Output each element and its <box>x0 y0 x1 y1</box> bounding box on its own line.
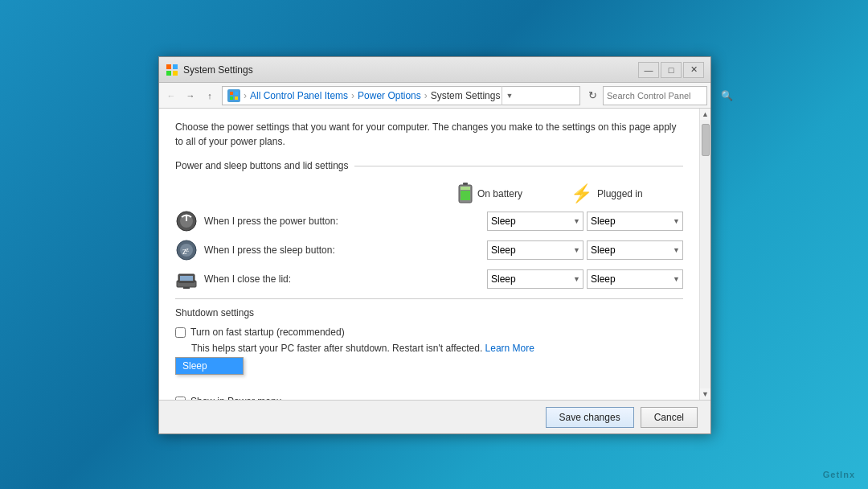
window-title: System Settings <box>183 64 638 76</box>
sleep-checkbox-row: Sleep <box>175 360 683 372</box>
power-button-label: When I press the power button: <box>204 216 487 227</box>
sleep-dropdown-popup: Sleep <box>175 357 244 375</box>
svg-rect-7 <box>235 97 238 100</box>
power-plugged-dropdown-wrapper: Sleep Do nothing Hibernate Shut down ▼ <box>587 212 683 231</box>
section1-line <box>354 166 683 166</box>
lid-label: When I close the lid: <box>204 273 487 285</box>
scrollbar: ▲ ▼ <box>699 109 710 400</box>
breadcrumb-dropdown[interactable]: ▼ <box>502 86 516 105</box>
svg-rect-3 <box>173 71 178 76</box>
power-button-row: When I press the power button: Sleep Do … <box>175 210 683 232</box>
lid-plugged-dropdown[interactable]: Sleep Do nothing Hibernate Shut down <box>587 269 683 289</box>
title-bar-controls: — □ ✕ <box>638 62 704 78</box>
sleep-button-label: When I press the sleep button: <box>204 244 487 256</box>
system-settings-window: System Settings — □ ✕ ← → ↑ › All Contro… <box>158 56 711 434</box>
on-battery-label: On battery <box>477 188 522 199</box>
col-on-battery: On battery <box>458 183 571 205</box>
search-icon[interactable]: 🔍 <box>721 90 733 101</box>
back-button[interactable]: ← <box>162 87 180 105</box>
page-description: Choose the power settings that you want … <box>175 120 683 149</box>
shutdown-section-header: Shutdown settings <box>175 307 683 318</box>
window-icon <box>166 64 178 76</box>
scroll-up-button[interactable]: ▲ <box>700 109 711 120</box>
svg-rect-2 <box>166 71 171 76</box>
up-button[interactable]: ↑ <box>201 87 219 105</box>
scroll-track <box>700 120 710 388</box>
content-area: Choose the power settings that you want … <box>159 109 710 400</box>
svg-rect-11 <box>461 187 470 190</box>
sleep-section: Sleep Sleep ☝ <box>175 360 683 372</box>
sleep-battery-dropdown-wrapper: Sleep Do nothing Hibernate Shut down ▼ <box>487 240 583 260</box>
sleep-plugged-dropdown[interactable]: Sleep Do nothing Hibernate Shut down <box>587 240 683 260</box>
minimize-button[interactable]: — <box>638 62 659 78</box>
footer: Save changes Cancel <box>159 400 710 434</box>
search-input[interactable] <box>607 91 718 101</box>
sleep-popup-option[interactable]: Sleep <box>176 358 243 374</box>
svg-rect-1 <box>173 64 178 69</box>
lid-icon <box>175 268 198 290</box>
maximize-button[interactable]: □ <box>661 62 682 78</box>
svg-rect-21 <box>180 276 193 281</box>
shutdown-title: Shutdown settings <box>175 307 254 318</box>
svg-rect-4 <box>230 92 233 95</box>
scroll-down-button[interactable]: ▼ <box>700 388 711 400</box>
cancel-button[interactable]: Cancel <box>641 407 698 428</box>
address-bar: ← → ↑ › All Control Panel Items › Power … <box>159 83 710 109</box>
sleep-plugged-dropdown-wrapper: Sleep Do nothing Hibernate Shut down ▼ <box>587 240 683 260</box>
section1-header: Power and sleep buttons and lid settings <box>175 160 683 175</box>
col-plugged-in: ⚡ Plugged in <box>571 183 683 205</box>
forward-button[interactable]: → <box>182 87 199 105</box>
save-changes-button[interactable]: Save changes <box>546 407 634 428</box>
power-button-dropdowns: Sleep Do nothing Hibernate Shut down ▼ S… <box>487 212 683 231</box>
search-box: 🔍 <box>603 86 707 105</box>
title-bar: System Settings — □ ✕ <box>159 57 710 83</box>
fast-startup-row: Turn on fast startup (recommended) <box>175 327 683 338</box>
plugged-in-label: Plugged in <box>597 188 643 199</box>
sep1: › <box>244 90 247 101</box>
lid-battery-dropdown[interactable]: Sleep Do nothing Hibernate Shut down <box>487 269 583 289</box>
svg-rect-5 <box>235 92 238 95</box>
breadcrumb-current: System Settings <box>431 90 501 101</box>
lid-battery-dropdown-wrapper: Sleep Do nothing Hibernate Shut down ▼ <box>487 269 583 289</box>
scroll-thumb[interactable] <box>702 124 710 156</box>
power-plugged-dropdown[interactable]: Sleep Do nothing Hibernate Shut down <box>587 212 683 231</box>
sleep-button-icon: z z <box>175 239 198 261</box>
svg-rect-22 <box>183 287 190 289</box>
lid-plugged-dropdown-wrapper: Sleep Do nothing Hibernate Shut down ▼ <box>587 269 683 289</box>
fast-startup-desc-text: This helps start your PC faster after sh… <box>191 343 482 354</box>
main-content: Choose the power settings that you want … <box>159 109 699 400</box>
power-battery-dropdown-wrapper: Sleep Do nothing Hibernate Shut down ▼ <box>487 212 583 231</box>
learn-more-link[interactable]: Learn More <box>485 343 534 354</box>
sleep-button-row: z z When I press the sleep button: Sleep… <box>175 239 683 261</box>
sep2: › <box>351 90 354 101</box>
sleep-button-dropdowns: Sleep Do nothing Hibernate Shut down ▼ S… <box>487 240 683 260</box>
fast-startup-desc: This helps start your PC faster after sh… <box>191 343 683 354</box>
refresh-button[interactable]: ↻ <box>583 87 601 105</box>
svg-text:z: z <box>186 245 189 253</box>
svg-rect-10 <box>461 191 470 200</box>
lid-row: When I close the lid: Sleep Do nothing H… <box>175 268 683 290</box>
section1-title: Power and sleep buttons and lid settings <box>175 160 348 171</box>
lid-dropdowns: Sleep Do nothing Hibernate Shut down ▼ S… <box>487 269 683 289</box>
section-divider <box>175 298 683 299</box>
control-panel-icon <box>227 89 240 102</box>
watermark: GetInx <box>823 470 855 479</box>
sep3: › <box>424 90 428 101</box>
svg-rect-6 <box>230 97 233 100</box>
battery-icon <box>458 183 473 205</box>
power-battery-dropdown[interactable]: Sleep Do nothing Hibernate Shut down <box>487 212 583 231</box>
power-button-icon <box>175 210 198 232</box>
column-headers: On battery ⚡ Plugged in <box>175 183 683 205</box>
plugged-icon: ⚡ <box>571 183 592 204</box>
fast-startup-checkbox[interactable] <box>175 327 186 338</box>
breadcrumb-all-control[interactable]: All Control Panel Items <box>250 90 348 101</box>
breadcrumb-power-options[interactable]: Power Options <box>358 90 421 101</box>
breadcrumb-bar: › All Control Panel Items › Power Option… <box>222 86 580 105</box>
svg-rect-0 <box>166 64 171 69</box>
close-button[interactable]: ✕ <box>683 62 704 78</box>
fast-startup-label: Turn on fast startup (recommended) <box>190 327 345 338</box>
sleep-battery-dropdown[interactable]: Sleep Do nothing Hibernate Shut down <box>487 240 583 260</box>
